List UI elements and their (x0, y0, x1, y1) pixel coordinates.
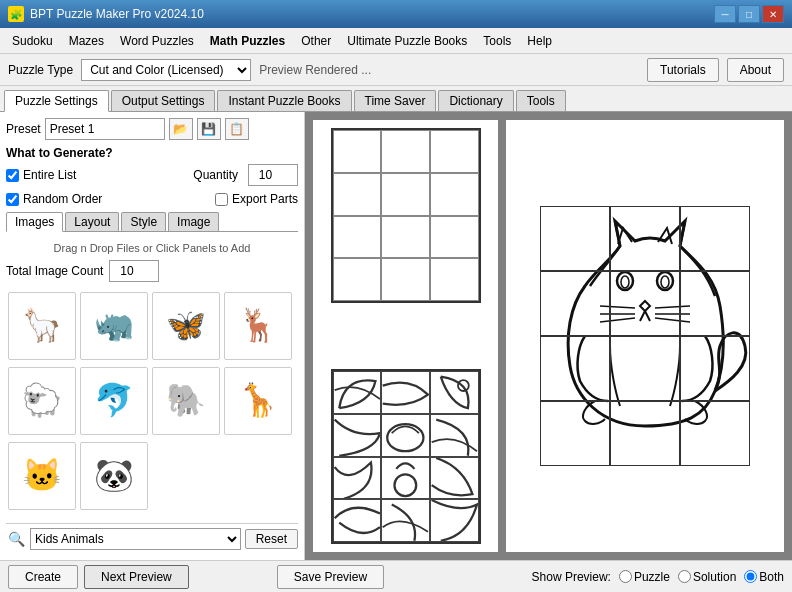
image-cell-cat[interactable]: 🐱 (8, 442, 76, 510)
maximize-button[interactable]: □ (738, 5, 760, 23)
export-parts-checkbox[interactable] (215, 193, 228, 206)
sub-tab-images[interactable]: Images (6, 212, 63, 232)
menu-other[interactable]: Other (293, 30, 339, 52)
puzzle-type-label: Puzzle Type (8, 63, 73, 77)
svg-text:🐘: 🐘 (166, 381, 206, 419)
random-order-row: Random Order (6, 192, 102, 206)
main-tabbar: Puzzle Settings Output Settings Instant … (0, 86, 792, 112)
image-cell-sheep[interactable]: 🐑 (8, 367, 76, 435)
save-preset-button[interactable]: 💾 (197, 118, 221, 140)
menu-tools[interactable]: Tools (475, 30, 519, 52)
bottom-puzzle-grid (331, 369, 481, 544)
menu-help[interactable]: Help (519, 30, 560, 52)
tab-dictionary[interactable]: Dictionary (438, 90, 513, 111)
menu-word-puzzles[interactable]: Word Puzzles (112, 30, 202, 52)
image-cell-llama[interactable]: 🦙 (8, 292, 76, 360)
svg-text:🦋: 🦋 (166, 306, 206, 344)
tab-tools[interactable]: Tools (516, 90, 566, 111)
solution-radio-label[interactable]: Solution (678, 570, 736, 584)
svg-text:🦒: 🦒 (238, 381, 278, 419)
app-icon: 🧩 (8, 6, 24, 22)
both-radio-label[interactable]: Both (744, 570, 784, 584)
right-preview-area (506, 120, 784, 552)
puzzle-radio-label[interactable]: Puzzle (619, 570, 670, 584)
export-parts-label: Export Parts (232, 192, 298, 206)
solution-radio[interactable] (678, 570, 691, 583)
search-category-select[interactable]: Kids Animals Farm Animals Sea Animals Bi… (30, 528, 241, 550)
open-preset-button[interactable]: 📂 (169, 118, 193, 140)
random-order-checkbox[interactable] (6, 193, 19, 206)
options-row: Random Order Export Parts (6, 192, 298, 206)
titlebar: 🧩 BPT Puzzle Maker Pro v2024.10 ─ □ ✕ (0, 0, 792, 28)
quantity-input[interactable] (248, 164, 298, 186)
save-preview-button[interactable]: Save Preview (277, 565, 384, 589)
close-button[interactable]: ✕ (762, 5, 784, 23)
tab-instant-puzzle-books[interactable]: Instant Puzzle Books (217, 90, 351, 111)
bottombar: Create Next Preview Save Preview Show Pr… (0, 560, 792, 592)
svg-text:🐬: 🐬 (94, 381, 134, 419)
next-preview-button[interactable]: Next Preview (84, 565, 189, 589)
tab-output-settings[interactable]: Output Settings (111, 90, 216, 111)
menubar: Sudoku Mazes Word Puzzles Math Puzzles O… (0, 28, 792, 54)
svg-text:🐱: 🐱 (22, 456, 62, 494)
svg-text:🐑: 🐑 (22, 381, 62, 419)
cat-preview (506, 120, 784, 552)
toolbar: Puzzle Type Cut and Color (Licensed) Pre… (0, 54, 792, 86)
puzzle-radio-text: Puzzle (634, 570, 670, 584)
app-title: BPT Puzzle Maker Pro v2024.10 (30, 7, 204, 21)
entire-list-label: Entire List (23, 168, 76, 182)
search-icon: 🔍 (6, 529, 26, 549)
show-preview-controls: Show Preview: Puzzle Solution Both (532, 570, 784, 584)
bottom-left-actions: Create Next Preview (8, 565, 189, 589)
about-button[interactable]: About (727, 58, 784, 82)
image-cell-deer[interactable]: 🦌 (224, 292, 292, 360)
what-to-generate-label: What to Generate? (6, 146, 298, 160)
left-panel: Preset 📂 💾 📋 What to Generate? Entire Li… (0, 112, 305, 560)
tab-puzzle-settings[interactable]: Puzzle Settings (4, 90, 109, 112)
reset-button[interactable]: Reset (245, 529, 298, 549)
sub-tab-layout[interactable]: Layout (65, 212, 119, 231)
puzzle-radio[interactable] (619, 570, 632, 583)
puzzle-type-select[interactable]: Cut and Color (Licensed) (81, 59, 251, 81)
drag-drop-hint: Drag n Drop Files or Click Panels to Add (6, 240, 298, 256)
entire-list-checkbox[interactable] (6, 169, 19, 182)
create-button[interactable]: Create (8, 565, 78, 589)
image-cell-rhino[interactable]: 🦏 (80, 292, 148, 360)
menu-math-puzzles[interactable]: Math Puzzles (202, 30, 293, 52)
cat-grid-container (540, 206, 750, 466)
both-radio[interactable] (744, 570, 757, 583)
preset-label: Preset (6, 122, 41, 136)
left-preview-sheet (313, 120, 498, 552)
menu-sudoku[interactable]: Sudoku (4, 30, 61, 52)
show-preview-label: Show Preview: (532, 570, 611, 584)
tutorials-button[interactable]: Tutorials (647, 58, 719, 82)
preset-row: Preset 📂 💾 📋 (6, 118, 298, 140)
sub-tab-image[interactable]: Image (168, 212, 219, 231)
image-cell-panda[interactable]: 🐼 (80, 442, 148, 510)
tab-time-saver[interactable]: Time Saver (354, 90, 437, 111)
blank-top-grid (331, 128, 481, 303)
image-cell-butterfly[interactable]: 🦋 (152, 292, 220, 360)
image-grid: 🦙 🦏 🦋 🦌 🐑 🐬 (6, 290, 298, 515)
menu-ultimate-puzzle-books[interactable]: Ultimate Puzzle Books (339, 30, 475, 52)
solution-radio-text: Solution (693, 570, 736, 584)
image-cell-elephant[interactable]: 🐘 (152, 367, 220, 435)
svg-text:🐼: 🐼 (94, 456, 134, 494)
svg-point-11 (387, 424, 423, 451)
preset-input[interactable] (45, 118, 165, 140)
grid-overlay (540, 206, 750, 466)
minimize-button[interactable]: ─ (714, 5, 736, 23)
image-cell-giraffe[interactable]: 🦒 (224, 367, 292, 435)
save-as-preset-button[interactable]: 📋 (225, 118, 249, 140)
sub-tab-style[interactable]: Style (121, 212, 166, 231)
sub-tabbar: Images Layout Style Image (6, 212, 298, 232)
count-row: Total Image Count (6, 260, 298, 282)
total-image-count-input[interactable] (109, 260, 159, 282)
svg-text:🦌: 🦌 (238, 306, 278, 344)
entire-list-row: Entire List (6, 168, 76, 182)
window-controls: ─ □ ✕ (714, 5, 784, 23)
right-panel (305, 112, 792, 560)
menu-mazes[interactable]: Mazes (61, 30, 112, 52)
image-cell-dolphin[interactable]: 🐬 (80, 367, 148, 435)
preview-label: Preview Rendered ... (259, 63, 639, 77)
